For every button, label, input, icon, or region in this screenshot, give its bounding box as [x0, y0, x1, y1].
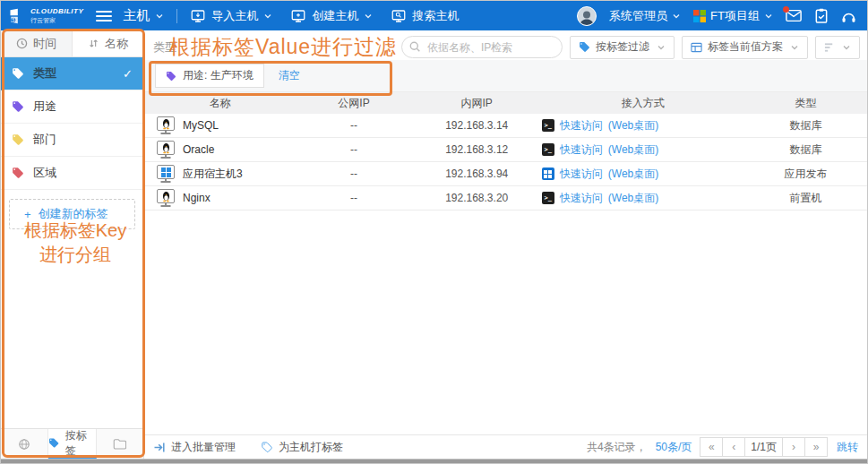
module-selector[interactable]: 主机 [123, 7, 164, 24]
tag-icon [166, 71, 176, 82]
first-page-button[interactable]: « [700, 437, 723, 457]
tag-group-label: 区域 [33, 165, 56, 181]
next-page-button[interactable]: › [782, 437, 805, 457]
header-type: 类型 [744, 96, 867, 111]
tag-icon [12, 133, 24, 146]
web-desktop-link[interactable]: (Web桌面) [608, 142, 658, 158]
app-window: 5 CLOUDBILITY 行云管家 主机 导入主机 [0, 0, 868, 464]
group-title: 类型 [153, 39, 176, 56]
tag-group-label: 部门 [33, 132, 56, 148]
filter-by-tag-dropdown[interactable]: 按标签过滤 [570, 36, 675, 59]
sort-by-name-tab[interactable]: 名称 [73, 30, 143, 56]
view-by-cloud-tab[interactable] [1, 429, 48, 459]
view-by-tag-tab[interactable]: 按标签 [48, 429, 96, 459]
public-ip: -- [296, 119, 411, 132]
plus-icon: + [24, 208, 31, 221]
chevron-down-icon [155, 12, 164, 21]
team-menu[interactable]: FT项目组 [693, 8, 773, 24]
quick-access-link[interactable]: 快速访问 [560, 167, 603, 182]
private-ip: 192.168.3.20 [412, 192, 542, 204]
ssh-icon: >_ [542, 143, 554, 156]
prev-page-button[interactable]: ‹ [722, 437, 745, 457]
table-row[interactable]: MySQL -- 192.168.3.14 >_ 快速访问 (Web桌面) 数据… [144, 114, 867, 138]
sort-order-dropdown[interactable] [815, 36, 860, 59]
filter-by-tag-label: 按标签过滤 [596, 39, 649, 55]
tag-group-department[interactable]: 部门 [1, 124, 143, 157]
support-button[interactable] [841, 9, 856, 23]
avatar[interactable] [577, 6, 597, 26]
jump-to-page-link[interactable]: 跳转 [837, 440, 858, 455]
sort-by-name-label: 名称 [105, 36, 128, 52]
topbar-divider [176, 9, 177, 23]
chevron-down-icon [657, 43, 666, 52]
tasks-button[interactable] [814, 8, 829, 23]
quick-access-link[interactable]: 快速访问 [560, 191, 603, 206]
view-by-tag-label: 按标签 [65, 428, 96, 459]
tag-icon [12, 167, 24, 179]
notification-dot [783, 6, 789, 13]
tag-group-region[interactable]: 区域 [1, 157, 143, 190]
header-access: 接入方式 [542, 96, 744, 111]
per-page-link[interactable]: 50条/页 [656, 440, 692, 455]
tag-value-scheme-label: 标签当前值方案 [708, 39, 783, 55]
private-ip: 192.168.3.12 [412, 143, 542, 156]
tag-hosts-button[interactable]: 为主机打标签 [261, 440, 343, 455]
window-bottom-edge [1, 459, 867, 463]
header-private-ip: 内网IP [412, 96, 542, 111]
module-label: 主机 [123, 7, 150, 24]
tag-value-scheme-dropdown[interactable]: 标签当前值方案 [682, 36, 808, 59]
sort-desc-icon [824, 42, 835, 53]
main-toolbar: 类型 按标签过滤 [144, 30, 867, 60]
sidebar-sort-tabs: 时间 名称 [1, 30, 143, 57]
import-host-icon [190, 8, 206, 24]
table-empty-area [144, 211, 867, 434]
headset-icon [841, 9, 856, 23]
sort-by-time-tab[interactable]: 时间 [1, 30, 73, 56]
web-desktop-link[interactable]: (Web桌面) [608, 118, 658, 133]
brand-subtitle: 行云管家 [30, 17, 83, 23]
rdp-icon [542, 168, 554, 180]
quick-access-link[interactable]: 快速访问 [560, 118, 603, 133]
filter-chip[interactable]: 用途: 生产环境 [155, 64, 264, 88]
last-page-button[interactable]: » [804, 437, 828, 457]
search-input[interactable] [401, 36, 563, 58]
menu-icon[interactable] [96, 11, 112, 21]
host-name: MySQL [183, 119, 219, 132]
chevron-down-icon [364, 12, 373, 21]
sidebar-footer-tabs: 按标签 [1, 428, 143, 459]
tag-group-usage[interactable]: 用途 [1, 90, 143, 124]
public-ip: -- [296, 143, 411, 156]
batch-manage-button[interactable]: 进入批量管理 [153, 440, 236, 455]
team-name: FT项目组 [710, 8, 760, 24]
table-row[interactable]: Nginx -- 192.168.3.20 >_ 快速访问 (Web桌面) 前置… [144, 186, 867, 211]
view-by-folder-tab[interactable] [97, 429, 143, 459]
tag-icon [579, 41, 590, 53]
table-row[interactable]: 应用宿主机3 -- 192.168.3.94 快速访问 (Web桌面) 应用发布 [144, 162, 867, 186]
import-host-button[interactable]: 导入主机 [190, 8, 272, 24]
pagination: « ‹ 1/1页 › » [700, 437, 828, 457]
sort-icon [88, 38, 99, 49]
tag-group-label: 类型 [33, 65, 56, 82]
record-count: 共4条记录， [587, 440, 647, 455]
host-type: 数据库 [744, 142, 867, 158]
create-host-label: 创建主机 [312, 8, 358, 24]
clear-filters-link[interactable]: 清空 [279, 68, 300, 83]
brand-logo[interactable]: 5 CLOUDBILITY 行云管家 [8, 7, 83, 25]
web-desktop-link[interactable]: (Web桌面) [608, 191, 658, 206]
tag-icon [12, 100, 24, 113]
tag-group-type[interactable]: 类型 ✓ [1, 57, 143, 90]
user-menu[interactable]: 系统管理员 [609, 8, 681, 24]
host-type: 应用发布 [744, 167, 867, 182]
tag-group-label: 用途 [33, 99, 56, 115]
linux-icon [157, 189, 175, 203]
create-host-button[interactable]: 创建主机 [290, 8, 373, 24]
ssh-icon: >_ [542, 192, 554, 204]
create-tag-button[interactable]: + 创建新的标签 [9, 199, 135, 229]
enter-batch-icon [153, 442, 166, 453]
quick-access-link[interactable]: 快速访问 [560, 142, 603, 158]
table-row[interactable]: Oracle -- 192.168.3.12 >_ 快速访问 (Web桌面) 数… [144, 138, 867, 162]
web-desktop-link[interactable]: (Web桌面) [608, 167, 658, 182]
public-ip: -- [296, 168, 411, 180]
search-host-button[interactable]: 搜索主机 [391, 8, 459, 24]
messages-button[interactable] [786, 9, 802, 22]
